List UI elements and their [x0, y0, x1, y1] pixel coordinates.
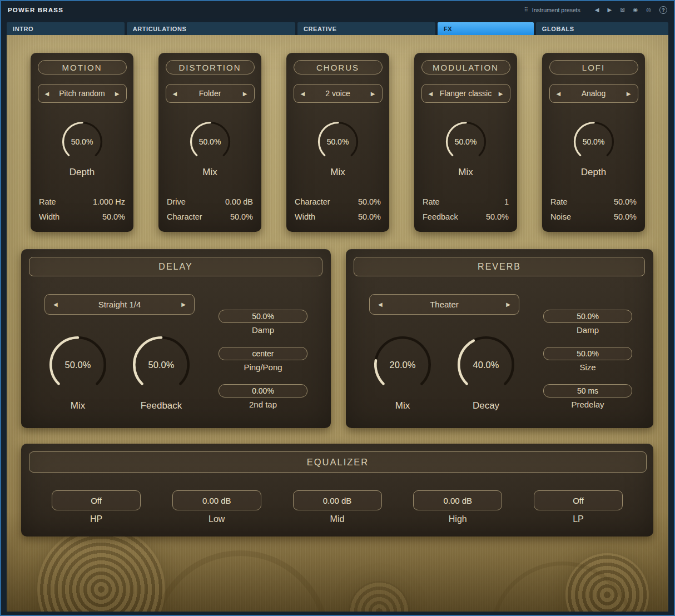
delay-damp-value-box[interactable]: 50.0%: [219, 310, 307, 323]
lofi-depth-knob[interactable]: 50.0%: [570, 118, 617, 165]
modulation-mode-selector[interactable]: ◀ Flanger classic ▶: [421, 84, 510, 103]
eq-hp-value-box[interactable]: Off: [52, 490, 141, 510]
titlebar-right: ⠿ Instrument presets ◀ ▶ ⊠ ◉ ◎ ?: [524, 6, 667, 14]
motion-mode-selector[interactable]: ◀ Pitch random ▶: [38, 84, 127, 103]
param-label: Width: [295, 210, 315, 225]
knob-value: 50.0%: [443, 118, 489, 165]
param-value: 50.0%: [102, 210, 125, 225]
selector-next-icon[interactable]: ▶: [504, 301, 512, 307]
param-row[interactable]: Rate 1.000 Hz: [39, 195, 125, 210]
tab-globals[interactable]: GLOBALS: [536, 22, 668, 36]
chorus-mix-knob[interactable]: 50.0%: [315, 118, 361, 165]
distortion-mix-knob[interactable]: 50.0%: [187, 118, 234, 165]
param-row[interactable]: Character 50.0%: [295, 195, 381, 210]
param-rows: Rate 50.0% Noise 50.0%: [542, 195, 645, 232]
delay-2ndtap-value-box[interactable]: 0.00%: [219, 384, 307, 398]
param-row[interactable]: Feedback 50.0%: [423, 210, 509, 225]
delay-mode-selector[interactable]: ◀ Straight 1/4 ▶: [44, 294, 195, 315]
knob-value: 40.0%: [454, 332, 518, 397]
lofi-mode-selector[interactable]: ◀ Analog ▶: [549, 84, 638, 103]
selector-next-icon[interactable]: ▶: [180, 301, 187, 307]
param-label: Width: [39, 210, 59, 225]
plugin-window: POWER BRASS ⠿ Instrument presets ◀ ▶ ⊠ ◉…: [0, 0, 675, 616]
eq-mid-value-box[interactable]: 0.00 dB: [293, 490, 382, 510]
eq-band-label: LP: [573, 514, 584, 524]
param-value: 50.0%: [614, 195, 637, 210]
param-row[interactable]: Noise 50.0%: [550, 210, 637, 225]
param-row[interactable]: Character 50.0%: [167, 210, 253, 225]
chorus-panel: CHORUS ◀ 2 voice ▶ 50.0% Mix Charact: [286, 53, 389, 232]
eq-band-label: Mid: [330, 514, 345, 524]
selector-next-icon[interactable]: ▶: [369, 91, 377, 97]
reverb-size-value-box[interactable]: 50.0%: [543, 347, 632, 360]
tab-creative[interactable]: CREATIVE: [297, 22, 435, 36]
next-preset-icon[interactable]: ▶: [607, 6, 612, 14]
param-row[interactable]: Drive 0.00 dB: [167, 195, 253, 210]
delay-damp-param: 50.0% Damp: [219, 310, 307, 335]
selector-prev-icon[interactable]: ◀: [171, 91, 179, 97]
motion-panel: MOTION ◀ Pitch random ▶ 50.0% Depth: [31, 53, 133, 232]
reverb-param-column: 50.0% Damp 50.0% Size 50 ms Predelay: [543, 310, 632, 409]
prev-preset-icon[interactable]: ◀: [595, 6, 599, 14]
selector-value: Straight 1/4: [98, 300, 141, 309]
modulation-panel-title: MODULATION: [421, 60, 510, 74]
chorus-panel-title: CHORUS: [294, 60, 383, 74]
delay-pingpong-value-box[interactable]: center: [219, 347, 307, 360]
param-row[interactable]: Width 50.0%: [39, 210, 125, 225]
reverb-mix-knob[interactable]: 20.0%: [370, 332, 435, 397]
eq-band-label: HP: [90, 514, 102, 524]
help-icon[interactable]: ?: [659, 6, 667, 14]
reverb-panel-title: REVERB: [354, 257, 645, 276]
param-label: Rate: [39, 195, 56, 210]
reverb-decay-knob[interactable]: 40.0%: [454, 332, 518, 397]
selector-prev-icon[interactable]: ◀: [427, 91, 435, 97]
close-box-icon[interactable]: ⊠: [620, 6, 624, 14]
instrument-presets-button[interactable]: ⠿ Instrument presets: [524, 7, 580, 13]
param-label: Feedback: [423, 210, 458, 225]
delay-feedback-knob[interactable]: 50.0%: [129, 332, 193, 397]
distortion-mode-selector[interactable]: ◀ Folder ▶: [166, 84, 255, 103]
selector-prev-icon[interactable]: ◀: [43, 91, 51, 97]
chorus-mode-selector[interactable]: ◀ 2 voice ▶: [294, 84, 383, 103]
selector-next-icon[interactable]: ▶: [625, 91, 633, 97]
param-value: 1: [504, 195, 509, 210]
selector-prev-icon[interactable]: ◀: [52, 301, 59, 307]
tab-fx[interactable]: FX: [438, 22, 534, 36]
eq-high-value-box[interactable]: 0.00 dB: [413, 490, 502, 510]
param-label: Damp: [252, 325, 274, 335]
eq-high-band: 0.00 dB High: [413, 490, 502, 524]
motion-depth-knob[interactable]: 50.0%: [59, 118, 106, 165]
fx-page: MOTION ◀ Pitch random ▶ 50.0% Depth: [7, 35, 668, 612]
eq-low-value-box[interactable]: 0.00 dB: [172, 490, 261, 510]
knob-value: 20.0%: [370, 332, 435, 397]
reverb-mode-selector[interactable]: ◀ Theater ▶: [369, 294, 519, 315]
knob-label: Decay: [473, 400, 499, 411]
tab-articulations[interactable]: ARTICULATIONS: [127, 22, 295, 36]
param-row[interactable]: Width 50.0%: [295, 210, 381, 225]
eq-lp-value-box[interactable]: Off: [534, 490, 623, 510]
param-row[interactable]: Rate 1: [423, 195, 509, 210]
eye-icon[interactable]: ◎: [646, 6, 651, 14]
delay-feedback-knob-block: 50.0% Feedback: [128, 332, 195, 411]
record-icon[interactable]: ◉: [633, 6, 638, 14]
knob-value: 50.0%: [315, 118, 361, 165]
reverb-predelay-value-box[interactable]: 50 ms: [543, 384, 632, 398]
delay-pingpong-param: center Ping/Pong: [219, 347, 307, 372]
tab-intro[interactable]: INTRO: [7, 22, 125, 36]
delay-mix-knob[interactable]: 50.0%: [46, 332, 110, 397]
selector-next-icon[interactable]: ▶: [497, 91, 505, 97]
knob-value: 50.0%: [129, 332, 193, 397]
selector-value: Flanger classic: [440, 89, 492, 98]
selector-next-icon[interactable]: ▶: [113, 91, 121, 97]
param-rows: Character 50.0% Width 50.0%: [286, 195, 389, 232]
selector-prev-icon[interactable]: ◀: [555, 91, 563, 97]
modulation-mix-knob[interactable]: 50.0%: [443, 118, 489, 165]
param-rows: Drive 0.00 dB Character 50.0%: [158, 195, 261, 232]
delay-2ndtap-param: 0.00% 2nd tap: [219, 384, 307, 409]
reverb-damp-value-box[interactable]: 50.0%: [543, 310, 632, 323]
selector-next-icon[interactable]: ▶: [241, 91, 249, 97]
selector-prev-icon[interactable]: ◀: [376, 301, 384, 307]
param-row[interactable]: Rate 50.0%: [550, 195, 637, 210]
param-label: Character: [167, 210, 202, 225]
selector-prev-icon[interactable]: ◀: [299, 91, 307, 97]
